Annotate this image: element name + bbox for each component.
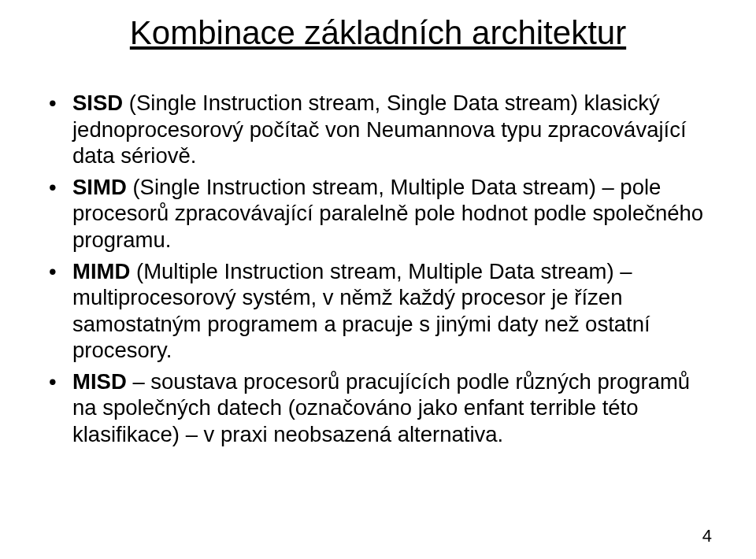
bullet-strong: SISD xyxy=(72,91,123,115)
page-number: 4 xyxy=(702,526,712,546)
bullet-strong: MISD xyxy=(72,369,127,394)
bullet-text: (Single Instruction stream, Multiple Dat… xyxy=(72,175,703,252)
bullet-text: (Multiple Instruction stream, Multiple D… xyxy=(72,259,650,363)
bullet-text: – soustava procesorů pracujících podle r… xyxy=(72,369,690,446)
list-item: MISD – soustava procesorů pracujících po… xyxy=(44,368,712,448)
bullet-strong: MIMD xyxy=(72,259,130,283)
list-item: SIMD (Single Instruction stream, Multipl… xyxy=(44,174,712,254)
list-item: SISD (Single Instruction stream, Single … xyxy=(44,90,712,169)
page-title: Kombinace základních architektur xyxy=(44,14,712,52)
bullet-text: (Single Instruction stream, Single Data … xyxy=(72,91,687,168)
slide-page: Kombinace základních architektur SISD (S… xyxy=(0,0,756,559)
bullet-strong: SIMD xyxy=(72,175,127,199)
list-item: MIMD (Multiple Instruction stream, Multi… xyxy=(44,258,712,364)
bullet-list: SISD (Single Instruction stream, Single … xyxy=(44,90,712,447)
